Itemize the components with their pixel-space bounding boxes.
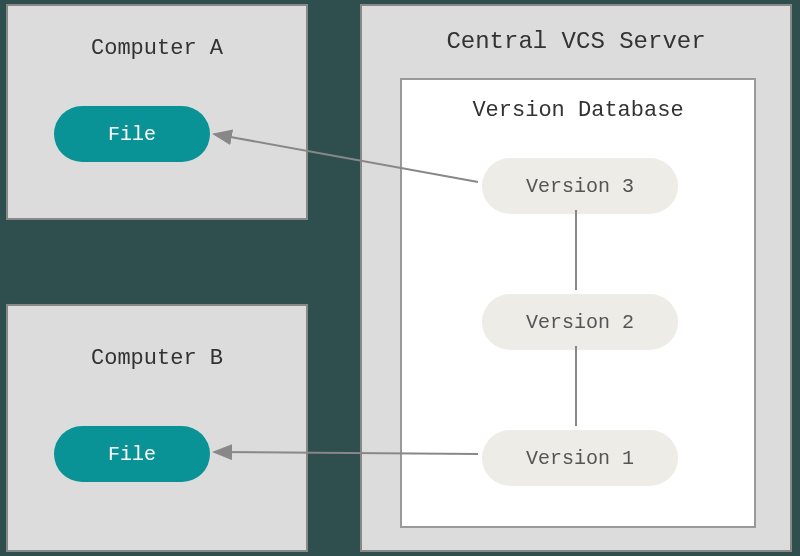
- computer-b-file-label: File: [108, 443, 156, 466]
- version-1-pill: Version 1: [482, 430, 678, 486]
- version-1-label: Version 1: [526, 447, 634, 470]
- computer-a-file-label: File: [108, 123, 156, 146]
- version-2-label: Version 2: [526, 311, 634, 334]
- version-2-pill: Version 2: [482, 294, 678, 350]
- version-3-pill: Version 3: [482, 158, 678, 214]
- computer-a-box: Computer A File: [6, 4, 308, 220]
- version-3-label: Version 3: [526, 175, 634, 198]
- computer-b-title: Computer B: [8, 346, 306, 371]
- computer-b-file-pill: File: [54, 426, 210, 482]
- computer-a-title: Computer A: [8, 36, 306, 61]
- version-database-box: Version Database Version 3 Version 2 Ver…: [400, 78, 756, 528]
- computer-a-file-pill: File: [54, 106, 210, 162]
- version-database-title: Version Database: [402, 98, 754, 123]
- computer-b-box: Computer B File: [6, 304, 308, 552]
- server-title: Central VCS Server: [362, 28, 790, 55]
- server-box: Central VCS Server Version Database Vers…: [360, 4, 792, 552]
